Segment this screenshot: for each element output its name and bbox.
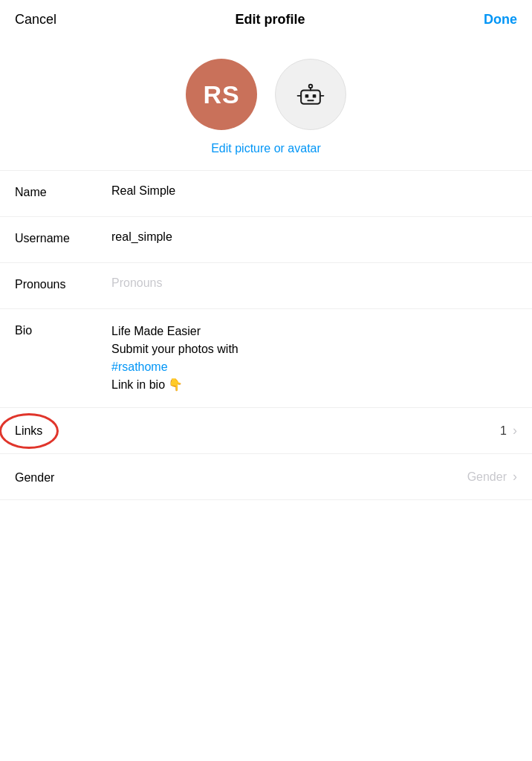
done-button[interactable]: Done — [484, 12, 517, 27]
links-row[interactable]: Links 1 › — [0, 408, 532, 454]
bio-content[interactable]: Life Made Easier Submit your photos with… — [111, 323, 517, 394]
bio-label: Bio — [15, 323, 111, 337]
header: Cancel Edit profile Done — [0, 0, 532, 38]
avatar-robot-icon — [294, 78, 327, 111]
avatar-row: RS — [186, 59, 346, 130]
bio-line2: Submit your photos with — [111, 343, 239, 355]
gender-row[interactable]: Gender Gender › — [0, 454, 532, 500]
links-count: 1 — [500, 424, 507, 438]
name-label: Name — [15, 184, 111, 199]
gender-placeholder: Gender — [467, 470, 507, 484]
edit-picture-link[interactable]: Edit picture or avatar — [211, 142, 321, 155]
page-title: Edit profile — [236, 12, 305, 27]
avatar-initials: RS — [203, 80, 239, 109]
form-section: Name Real Simple Username real_simple Pr… — [0, 171, 532, 500]
links-chevron-icon: › — [513, 423, 517, 438]
pronouns-placeholder[interactable]: Pronouns — [111, 276, 517, 290]
username-row[interactable]: Username real_simple — [0, 217, 532, 263]
links-right: 1 › — [500, 423, 517, 438]
pronouns-label: Pronouns — [15, 276, 111, 291]
svg-rect-2 — [313, 94, 317, 98]
svg-rect-0 — [301, 91, 320, 104]
links-label-wrapper: Links — [15, 424, 42, 438]
svg-point-5 — [309, 85, 313, 88]
gender-chevron-icon: › — [513, 469, 517, 485]
name-row[interactable]: Name Real Simple — [0, 171, 532, 217]
name-value[interactable]: Real Simple — [111, 184, 517, 198]
links-label: Links — [15, 424, 42, 437]
cancel-button[interactable]: Cancel — [15, 12, 56, 27]
gender-label: Gender — [15, 470, 111, 485]
avatar[interactable]: RS — [186, 59, 257, 130]
username-label: Username — [15, 230, 111, 245]
svg-rect-1 — [305, 94, 309, 98]
avatar-section: RS Edit picture or avatar — [0, 38, 532, 170]
pronouns-row[interactable]: Pronouns Pronouns — [0, 263, 532, 309]
bio-line1: Life Made Easier — [111, 325, 201, 337]
bio-row[interactable]: Bio Life Made Easier Submit your photos … — [0, 309, 532, 408]
bio-line3: Link in bio 👇 — [111, 378, 184, 391]
bio-hashtag: #rsathome — [111, 360, 168, 373]
gender-right: Gender › — [467, 469, 517, 485]
avatar-icon-circle[interactable] — [275, 59, 346, 130]
username-value[interactable]: real_simple — [111, 230, 517, 244]
